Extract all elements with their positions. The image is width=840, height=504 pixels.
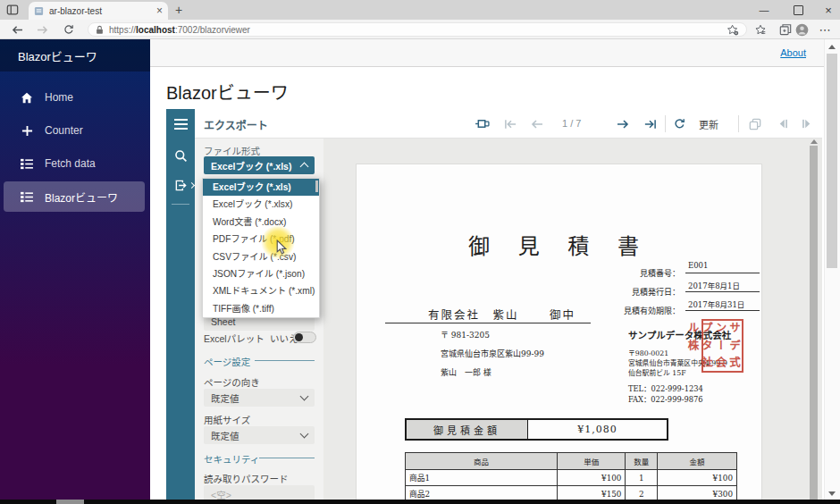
new-tab-button[interactable]: +	[175, 3, 182, 17]
bottom-bar	[0, 500, 840, 504]
sidebar-item-fetch-data[interactable]: Fetch data	[4, 148, 145, 179]
dropdown-option-xls[interactable]: Excelブック (*.xls)	[203, 179, 319, 196]
dropdown-option-tiff[interactable]: TIFF画像 (*.tiff)	[203, 300, 319, 317]
dropdown-scrollbar[interactable]	[315, 181, 318, 192]
quote-number-value: E001	[685, 261, 760, 273]
scroll-down-icon[interactable]	[828, 491, 836, 496]
read-password-label: 読み取りパスワード	[204, 472, 289, 485]
browser-menu-icon[interactable]: ⋯	[817, 22, 833, 37]
search-icon[interactable]	[166, 149, 195, 163]
sidebar-item-label: Counter	[45, 124, 83, 137]
about-link[interactable]: About	[780, 47, 806, 58]
total-amount-box: 御見積金額 ¥1,080	[405, 418, 668, 441]
pin-panel-icon[interactable]	[470, 109, 493, 139]
issue-date-value: 2017年8月1日	[685, 280, 760, 292]
refresh-icon[interactable]	[668, 109, 690, 139]
chevron-up-icon	[300, 163, 309, 172]
tab-close-icon[interactable]: ×	[156, 5, 163, 16]
browser-window: ar-blazor-test × + — × https://localhost…	[0, 0, 840, 504]
add-favorite-icon[interactable]	[727, 24, 739, 36]
dropdown-option-json[interactable]: JSONファイル (*.json)	[203, 265, 319, 282]
supplier-tel: TEL：022-999-1234	[628, 382, 703, 393]
col-header-quantity: 数量	[626, 453, 658, 470]
refresh-label[interactable]: 更新	[695, 109, 722, 139]
app-brand[interactable]: Blazorビューワ	[18, 47, 97, 64]
dropdown-option-docx[interactable]: Word文書 (*.docx)	[203, 214, 319, 231]
customer-address: 宮城県仙台市泉区紫山99-99	[441, 348, 544, 359]
url-field[interactable]: https://localhost:7002/blazorviewer	[88, 22, 747, 37]
collections-icon[interactable]	[777, 22, 794, 37]
plus-icon	[20, 125, 34, 137]
dropdown-option-xml[interactable]: XMLドキュメント (*.xml)	[203, 282, 319, 299]
sidebar-toggle-icon[interactable]	[166, 109, 195, 139]
window-maximize-button[interactable]	[783, 0, 813, 20]
sidebar-item-label: Blazorビューワ	[45, 189, 118, 205]
document-area: 御 見 積 書 見積番号： E001 見積発行日： 2017年8月1日 見積有効…	[323, 139, 822, 504]
orientation-label: ページの向き	[204, 375, 260, 389]
tab-actions-icon[interactable]	[6, 4, 19, 16]
quote-number-label: 見積番号：	[564, 267, 680, 279]
paper-size-label: 用紙サイズ	[204, 413, 250, 426]
file-format-label: ファイル形式	[204, 144, 260, 157]
page-settings-header: ページ設定	[204, 355, 250, 368]
sidebar-item-label: Fetch data	[45, 157, 96, 170]
sidebar-item-counter[interactable]: Counter	[4, 115, 145, 146]
history-forward-icon[interactable]	[795, 109, 819, 139]
browser-tab[interactable]: ar-blazor-test ×	[29, 2, 168, 20]
mouse-cursor	[276, 239, 287, 255]
paper-size-select[interactable]: 既定値	[204, 426, 315, 444]
back-icon[interactable]	[9, 22, 25, 37]
supplier-address2: 仙台駅前ビル 15F	[628, 367, 686, 377]
bottom-bar-segment	[56, 500, 84, 504]
page-indicator[interactable]: 1 / 7	[562, 118, 581, 129]
next-page-icon[interactable]	[611, 109, 634, 139]
page-scrollbar-thumb[interactable]	[827, 54, 837, 268]
customer-person: 紫山 一郎 様	[441, 366, 491, 378]
excel-palette-label: Excelパレット	[204, 332, 265, 345]
first-page-icon[interactable]	[499, 109, 522, 139]
supplier-postal: 〒980-0021	[628, 348, 668, 357]
tab-title: ar-blazor-test	[49, 6, 156, 16]
chevron-down-icon	[300, 430, 309, 439]
issue-date-label: 見積発行日：	[564, 286, 680, 298]
history-back-icon[interactable]	[770, 109, 794, 139]
orientation-select[interactable]: 既定値	[204, 389, 315, 407]
window-minimize-button[interactable]: —	[749, 0, 779, 20]
dropdown-option-xlsx[interactable]: Excelブック (*.xlsx)	[203, 196, 319, 213]
total-amount-value: ¥1,080	[528, 420, 667, 439]
col-header-product: 商品	[406, 453, 558, 470]
profile-avatar[interactable]	[794, 22, 810, 37]
favorites-icon[interactable]	[752, 22, 769, 37]
scroll-up-icon[interactable]	[828, 45, 836, 49]
sidebar-item-label: Home	[45, 91, 73, 104]
cell-unit-price: ¥100	[558, 470, 626, 486]
excel-palette-toggle[interactable]	[293, 332, 316, 343]
viewer-scrollbar[interactable]	[810, 146, 818, 500]
address-bar: https://localhost:7002/blazorviewer ⋯	[0, 20, 840, 39]
file-format-select[interactable]: Excelブック (*.xls)	[204, 156, 315, 174]
reload-icon[interactable]	[61, 22, 77, 37]
items-table: 商品 単価 数量 金額 商品1 ¥100 1 ¥100 商品2 ¥150 2 ¥…	[405, 452, 737, 504]
tab-favicon-icon	[34, 6, 44, 16]
sidebar-item-home[interactable]: Home	[4, 82, 145, 113]
copy-page-icon[interactable]	[743, 109, 767, 139]
security-header: セキュリティ	[204, 452, 259, 466]
total-amount-label: 御見積金額	[407, 420, 528, 439]
dropdown-option-csv[interactable]: CSVファイル (*.csv)	[203, 248, 319, 265]
table-row: 商品1 ¥100 1 ¥100	[406, 470, 737, 486]
page-title: Blazorビューワ	[166, 79, 289, 105]
sidebar-item-blazor-viewer[interactable]: Blazorビューワ	[4, 181, 145, 212]
section-rule	[259, 458, 315, 458]
col-header-amount: 金額	[658, 453, 737, 470]
brand-row: Blazorビューワ	[0, 39, 150, 71]
toolbar-separator	[738, 115, 739, 132]
previous-page-icon[interactable]	[525, 109, 549, 139]
forward-icon[interactable]	[34, 22, 50, 37]
expiry-date-label: 見積有効期限：	[564, 305, 680, 316]
last-page-icon[interactable]	[638, 109, 661, 139]
window-close-button[interactable]: ×	[813, 0, 840, 20]
app-sidebar: Blazorビューワ Home Counter Fetch data Blazo…	[0, 39, 150, 504]
col-header-unit-price: 単価	[558, 453, 626, 470]
viewer-scroll-up-icon[interactable]	[811, 139, 818, 144]
viewer-icon-strip	[166, 139, 195, 504]
